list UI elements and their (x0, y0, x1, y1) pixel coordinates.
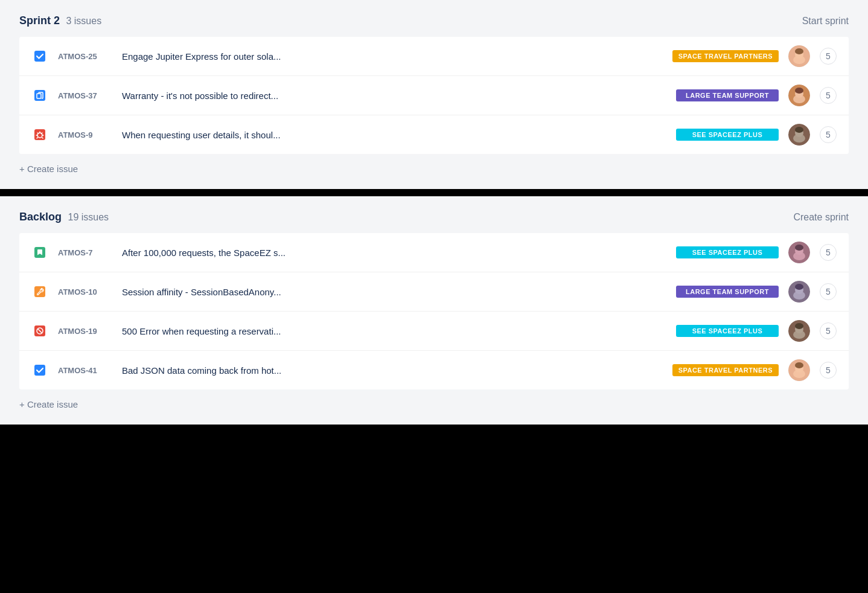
table-row[interactable]: ATMOS-19 500 Error when requesting a res… (19, 312, 849, 351)
avatar (788, 242, 810, 263)
issue-title: When requesting user details, it shoul..… (122, 130, 666, 140)
issue-label: SEE SPACEEZ PLUS (676, 325, 779, 337)
issue-label: SEE SPACEEZ PLUS (676, 246, 779, 258)
issue-id: ATMOS-7 (58, 248, 112, 257)
svg-rect-5 (34, 90, 45, 101)
issue-title: Bad JSON data coming back from hot... (122, 365, 663, 376)
table-row[interactable]: ATMOS-10 Session affinity - SessionBased… (19, 272, 849, 312)
backlog-create-issue[interactable]: + Create issue (19, 399, 78, 409)
copy-icon (31, 87, 48, 104)
backlog-issues-list: ATMOS-7 After 100,000 requests, the Spac… (19, 233, 849, 389)
sprint-section: Sprint 2 3 issues Start sprint ATMOS-25 … (0, 0, 868, 189)
sprint-title-area: Sprint 2 3 issues (19, 14, 101, 27)
sprint-issues-list: ATMOS-25 Engage Jupiter Express for oute… (19, 37, 849, 154)
wrench-icon (31, 283, 48, 300)
check-icon (31, 362, 48, 379)
table-row[interactable]: ATMOS-7 After 100,000 requests, the Spac… (19, 233, 849, 272)
backlog-section: Backlog 19 issues Create sprint ATMOS-7 … (0, 196, 868, 425)
issue-id: ATMOS-37 (58, 91, 112, 100)
issue-points: 5 (820, 126, 837, 143)
issue-id: ATMOS-41 (58, 366, 112, 375)
avatar (788, 359, 810, 381)
backlog-header: Backlog 19 issues Create sprint (19, 211, 849, 223)
sprint-count: 3 issues (66, 16, 101, 26)
issue-label: LARGE TEAM SUPPORT (676, 286, 779, 298)
issue-label: SPACE TRAVEL PARTNERS (672, 364, 779, 376)
issue-id: ATMOS-10 (58, 287, 112, 296)
bug-icon (31, 126, 48, 143)
create-sprint-button[interactable]: Create sprint (793, 212, 849, 223)
table-row[interactable]: ATMOS-37 Warranty - it's not possible to… (19, 76, 849, 115)
issue-label: LARGE TEAM SUPPORT (676, 89, 779, 101)
issue-label: SPACE TRAVEL PARTNERS (672, 50, 779, 62)
issue-points: 5 (820, 362, 837, 379)
svg-point-16 (795, 127, 803, 133)
issue-title: Session affinity - SessionBasedAnony... (122, 287, 666, 297)
backlog-title-area: Backlog 19 issues (19, 211, 109, 223)
sprint-title: Sprint 2 (19, 14, 60, 27)
avatar (788, 281, 810, 303)
issue-id: ATMOS-19 (58, 327, 112, 336)
issue-points: 5 (820, 87, 837, 104)
issue-id: ATMOS-9 (58, 130, 112, 139)
sprint-create-issue[interactable]: + Create issue (19, 164, 78, 174)
table-row[interactable]: ATMOS-9 When requesting user details, it… (19, 115, 849, 154)
sprint-header: Sprint 2 3 issues Start sprint (19, 14, 849, 27)
bookmark-icon (31, 244, 48, 261)
table-row[interactable]: ATMOS-25 Engage Jupiter Express for oute… (19, 37, 849, 76)
table-row[interactable]: ATMOS-41 Bad JSON data coming back from … (19, 351, 849, 389)
issue-title: Warranty - it's not possible to redirect… (122, 91, 666, 101)
backlog-title: Backlog (19, 211, 62, 223)
issue-id: ATMOS-25 (58, 52, 112, 61)
issue-points: 5 (820, 283, 837, 300)
svg-rect-0 (34, 51, 45, 62)
svg-point-10 (795, 88, 803, 94)
check-icon (31, 48, 48, 65)
svg-rect-11 (34, 129, 45, 140)
issue-label: SEE SPACEEZ PLUS (676, 129, 779, 141)
issue-points: 5 (820, 244, 837, 261)
issue-points: 5 (820, 322, 837, 339)
svg-point-26 (795, 284, 803, 290)
avatar (788, 45, 810, 67)
issue-title: 500 Error when requesting a reservati... (122, 326, 666, 336)
avatar (788, 320, 810, 342)
issue-title: Engage Jupiter Express for outer sola... (122, 51, 663, 62)
block-icon (31, 322, 48, 339)
start-sprint-button[interactable]: Start sprint (802, 16, 849, 27)
section-divider (0, 189, 868, 196)
issue-title: After 100,000 requests, the SpaceEZ s... (122, 248, 666, 258)
avatar (788, 124, 810, 146)
svg-point-33 (795, 323, 803, 329)
issue-points: 5 (820, 48, 837, 65)
avatar (788, 85, 810, 106)
backlog-count: 19 issues (68, 212, 109, 222)
svg-rect-34 (34, 365, 45, 376)
svg-point-21 (795, 245, 803, 251)
svg-point-4 (795, 48, 803, 54)
svg-point-38 (795, 362, 803, 368)
